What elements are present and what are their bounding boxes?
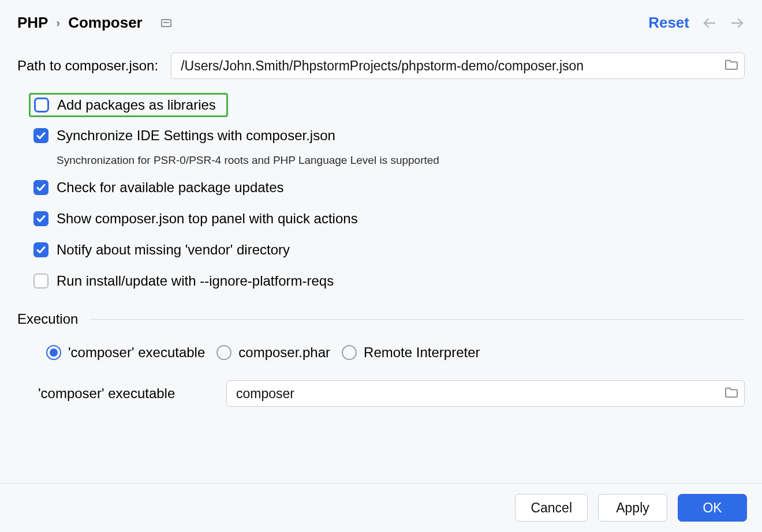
ignore-platform-row: Run install/update with --ignore-platfor… xyxy=(33,268,745,294)
radio-executable-label: 'composer' executable xyxy=(68,344,205,361)
execution-radio-row: 'composer' executable composer.phar Remo… xyxy=(17,344,745,361)
sync-ide-checkbox[interactable] xyxy=(33,128,48,143)
notify-vendor-checkbox[interactable] xyxy=(33,242,48,257)
cancel-button[interactable]: Cancel xyxy=(515,494,588,522)
ok-button[interactable]: OK xyxy=(678,494,747,522)
show-top-panel-checkbox[interactable] xyxy=(33,211,48,226)
check-updates-row: Check for available package updates xyxy=(33,175,745,200)
expand-icon[interactable] xyxy=(161,19,171,27)
radio-phar-group: composer.phar xyxy=(216,344,330,361)
composer-json-path-row: Path to composer.json: xyxy=(17,53,745,79)
breadcrumb-root[interactable]: PHP xyxy=(17,14,48,32)
check-updates-checkbox[interactable] xyxy=(33,180,48,195)
reset-link[interactable]: Reset xyxy=(648,14,689,32)
composer-executable-label: 'composer' executable xyxy=(38,385,206,402)
execution-title: Execution xyxy=(17,311,89,327)
check-updates-label: Check for available package updates xyxy=(57,179,284,196)
forward-arrow-icon xyxy=(730,17,745,29)
composer-executable-input-wrap xyxy=(226,380,745,407)
add-packages-row: Add packages as libraries xyxy=(29,93,228,117)
radio-remote[interactable] xyxy=(342,345,357,360)
checkbox-list: Add packages as libraries Synchronize ID… xyxy=(17,93,745,294)
notify-vendor-row: Notify about missing 'vendor' directory xyxy=(33,237,745,263)
radio-remote-label: Remote Interpreter xyxy=(364,344,480,361)
ignore-platform-label: Run install/update with --ignore-platfor… xyxy=(57,273,334,289)
back-arrow-icon xyxy=(702,17,717,29)
ignore-platform-checkbox[interactable] xyxy=(33,274,48,289)
dialog-footer: Cancel Apply OK xyxy=(0,483,762,532)
composer-json-path-input-wrap xyxy=(171,53,745,79)
composer-executable-row: 'composer' executable xyxy=(17,380,745,407)
radio-executable[interactable] xyxy=(46,345,61,360)
folder-icon[interactable] xyxy=(724,58,738,74)
radio-phar-label: composer.phar xyxy=(238,344,330,361)
radio-remote-group: Remote Interpreter xyxy=(342,344,480,361)
sync-ide-row: Synchronize IDE Settings with composer.j… xyxy=(33,123,745,148)
radio-executable-group: 'composer' executable xyxy=(46,344,205,361)
apply-button[interactable]: Apply xyxy=(598,494,667,522)
show-top-panel-row: Show composer.json top panel with quick … xyxy=(33,206,745,231)
settings-content: Path to composer.json: Add packages as l… xyxy=(0,32,762,407)
chevron-right-icon: › xyxy=(56,16,60,29)
composer-executable-input[interactable] xyxy=(235,385,720,402)
radio-phar[interactable] xyxy=(216,345,231,360)
show-top-panel-label: Show composer.json top panel with quick … xyxy=(57,211,358,227)
sync-ide-hint: Synchronization for PSR-0/PSR-4 roots an… xyxy=(57,154,745,167)
settings-header: PHP › Composer Reset xyxy=(0,0,762,32)
composer-json-path-label: Path to composer.json: xyxy=(17,58,158,74)
sync-ide-label: Synchronize IDE Settings with composer.j… xyxy=(57,128,335,144)
breadcrumb-current: Composer xyxy=(68,14,143,32)
folder-icon[interactable] xyxy=(724,386,738,402)
add-packages-label: Add packages as libraries xyxy=(57,97,216,113)
section-divider xyxy=(89,319,745,320)
notify-vendor-label: Notify about missing 'vendor' directory xyxy=(57,242,290,258)
add-packages-checkbox[interactable] xyxy=(34,98,49,113)
execution-section-header: Execution xyxy=(17,311,745,327)
composer-json-path-input[interactable] xyxy=(180,58,720,74)
breadcrumb: PHP › Composer xyxy=(17,14,171,32)
